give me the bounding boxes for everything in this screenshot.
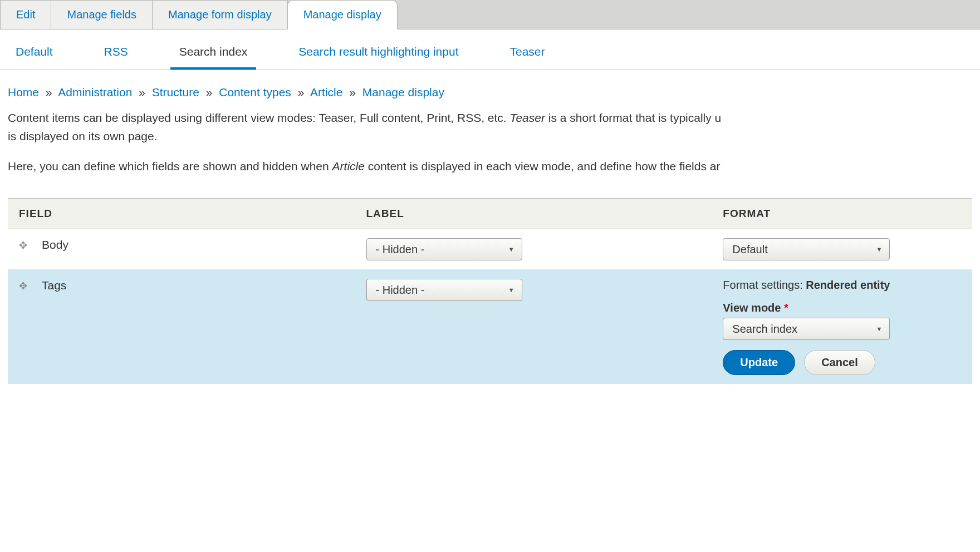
table-row: ✥ Tags - Hidden - Format settings: Rende…: [8, 269, 972, 384]
fields-table: FIELD LABEL FORMAT ✥ Body - Hidden -: [8, 198, 972, 385]
field-name: Body: [42, 238, 68, 251]
content-region: Home » Administration » Structure » Cont…: [0, 70, 980, 400]
cancel-button[interactable]: Cancel: [804, 350, 875, 375]
subtab-default[interactable]: Default: [7, 29, 62, 70]
label-select-body[interactable]: - Hidden -: [366, 238, 522, 260]
breadcrumb-separator: »: [206, 86, 213, 98]
breadcrumb-separator: »: [298, 86, 305, 98]
tab-manage-form-display[interactable]: Manage form display: [152, 0, 288, 29]
help-text-span: Content items can be displayed using dif…: [8, 111, 510, 124]
breadcrumb-structure[interactable]: Structure: [152, 86, 199, 98]
subtab-search-result-highlighting[interactable]: Search result highlighting input: [290, 29, 467, 70]
help-text-span: content is displayed in each view mode, …: [365, 160, 721, 172]
table-header-field: FIELD: [8, 198, 355, 229]
breadcrumb-manage-display[interactable]: Manage display: [362, 86, 444, 98]
update-button[interactable]: Update: [723, 350, 795, 375]
breadcrumb-administration[interactable]: Administration: [58, 86, 132, 98]
field-name: Tags: [42, 279, 66, 292]
help-text-em: Article: [332, 160, 365, 172]
required-marker: *: [784, 302, 788, 314]
primary-tabs: Edit Manage fields Manage form display M…: [0, 0, 980, 29]
breadcrumb-article[interactable]: Article: [310, 86, 342, 98]
breadcrumb-content-types[interactable]: Content types: [219, 86, 291, 98]
help-text-em: Teaser: [510, 111, 545, 124]
breadcrumb: Home » Administration » Structure » Cont…: [8, 86, 972, 99]
drag-handle-icon[interactable]: ✥: [19, 239, 32, 252]
view-mode-label: View mode *: [723, 302, 961, 314]
help-text-2: Here, you can define which fields are sh…: [8, 157, 972, 176]
help-text-span: is a short format that is typically u: [545, 111, 721, 124]
drag-handle-icon[interactable]: ✥: [19, 280, 32, 292]
help-text-span: is displayed on its own page.: [8, 130, 158, 142]
table-row: ✥ Body - Hidden - Default: [8, 229, 972, 269]
breadcrumb-separator: »: [139, 86, 145, 98]
label-select-tags[interactable]: - Hidden -: [366, 279, 522, 301]
subtab-teaser[interactable]: Teaser: [501, 29, 554, 70]
format-settings-prefix: Format settings:: [723, 279, 806, 291]
format-select-body[interactable]: Default: [723, 238, 890, 260]
tab-edit[interactable]: Edit: [0, 0, 51, 29]
format-settings-value: Rendered entity: [806, 279, 890, 291]
table-header-format: FORMAT: [712, 198, 972, 229]
tab-manage-fields[interactable]: Manage fields: [51, 0, 153, 29]
subtab-rss[interactable]: RSS: [95, 29, 137, 70]
secondary-tabs: Default RSS Search index Search result h…: [0, 29, 980, 70]
breadcrumb-home[interactable]: Home: [8, 86, 39, 98]
format-settings-text: Format settings: Rendered entity: [723, 279, 961, 292]
table-header-label: LABEL: [355, 198, 712, 229]
help-text-1: Content items can be displayed using dif…: [8, 109, 972, 145]
breadcrumb-separator: »: [349, 86, 356, 98]
subtab-search-index[interactable]: Search index: [170, 29, 257, 70]
tab-manage-display[interactable]: Manage display: [287, 0, 398, 29]
help-text-span: Here, you can define which fields are sh…: [8, 160, 332, 172]
breadcrumb-separator: »: [46, 86, 52, 98]
view-mode-select[interactable]: Search index: [723, 318, 890, 340]
button-row: Update Cancel: [723, 350, 961, 375]
